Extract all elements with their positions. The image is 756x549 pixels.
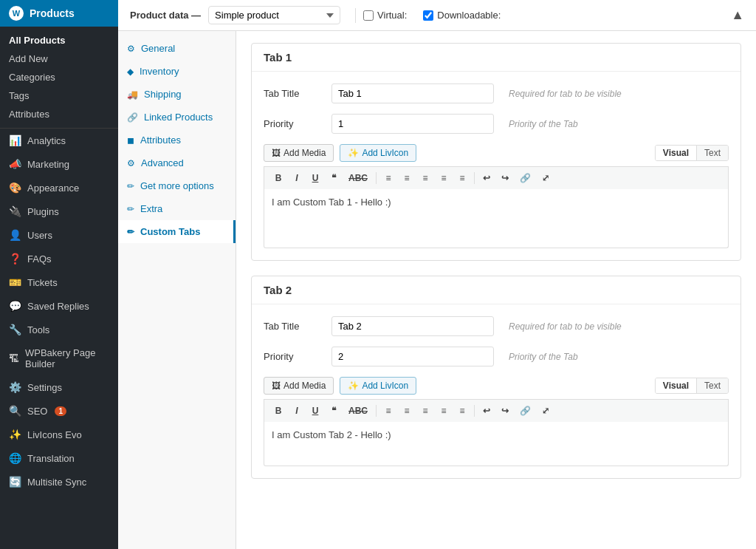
tab1-title: Tab 1 bbox=[264, 51, 292, 64]
plugins-label: Plugins bbox=[27, 206, 59, 217]
right-content: Tab 1 Tab Title Required for tab to be v… bbox=[236, 31, 756, 549]
tab1-editor-content[interactable]: I am Custom Tab 1 - Hello :) bbox=[264, 189, 729, 248]
tab2-add-media-button[interactable]: 🖼 Add Media bbox=[264, 377, 334, 395]
attributes-label: Attributes bbox=[9, 109, 49, 120]
tab2-redo-button[interactable]: ↪ bbox=[497, 403, 513, 418]
product-data-label: Product data — bbox=[130, 10, 201, 21]
tab-shipping[interactable]: 🚚 Shipping bbox=[118, 83, 236, 106]
tab2-align-left-button[interactable]: ≡ bbox=[417, 403, 433, 418]
tab2-link-button[interactable]: 🔗 bbox=[515, 403, 535, 418]
tab1-link-button[interactable]: 🔗 bbox=[515, 171, 535, 185]
inventory-tab-label: Inventory bbox=[140, 66, 179, 77]
tab1-align-center-button[interactable]: ≡ bbox=[436, 171, 452, 185]
tab1-text-button[interactable]: Text bbox=[697, 146, 728, 160]
tab1-add-livicon-button[interactable]: ✨ Add LivIcon bbox=[340, 144, 416, 162]
tab2-title-input[interactable] bbox=[331, 316, 494, 336]
tab1-fullscreen-button[interactable]: ⤢ bbox=[537, 171, 554, 185]
tickets-icon: 🎫 bbox=[9, 276, 21, 288]
sidebar-item-marketing[interactable]: 📣 Marketing bbox=[0, 152, 118, 176]
tab2-strikethrough-button[interactable]: ABC bbox=[344, 403, 372, 418]
tab2-bold-button[interactable]: B bbox=[270, 403, 286, 418]
tab1-italic-button[interactable]: I bbox=[289, 171, 305, 185]
sidebar-brand[interactable]: W Products bbox=[0, 0, 118, 27]
tab2-add-livicon-button[interactable]: ✨ Add LivIcon bbox=[340, 377, 416, 395]
tab1-priority-input[interactable] bbox=[331, 114, 494, 134]
tab-attributes[interactable]: ◼ Attributes bbox=[118, 129, 236, 151]
wp-logo-icon: W bbox=[9, 6, 24, 21]
downloadable-label[interactable]: Downloadable: bbox=[437, 10, 501, 21]
sidebar-item-add-new[interactable]: Add New bbox=[0, 50, 118, 68]
tab-extra[interactable]: ✏ Extra bbox=[118, 197, 236, 220]
tab2-editor-content[interactable]: I am Custom Tab 2 - Hello :) bbox=[264, 422, 729, 466]
tab1-title-input[interactable] bbox=[331, 83, 494, 103]
tab2-text-button[interactable]: Text bbox=[697, 378, 728, 393]
sidebar-item-attributes[interactable]: Attributes bbox=[0, 105, 118, 123]
tab1-visual-button[interactable]: Visual bbox=[656, 146, 697, 160]
tab-inventory[interactable]: ◆ Inventory bbox=[118, 60, 236, 83]
tab-advanced[interactable]: ⚙ Advanced bbox=[118, 151, 236, 174]
tab1-ol-button[interactable]: ≡ bbox=[399, 171, 415, 185]
sidebar-item-livicons[interactable]: ✨ LivIcons Evo bbox=[0, 423, 118, 446]
main-area: Product data — Simple product Grouped pr… bbox=[118, 0, 756, 549]
extra-tab-label: Extra bbox=[140, 203, 162, 214]
sidebar-item-tickets[interactable]: 🎫 Tickets bbox=[0, 270, 118, 294]
sidebar-item-tags[interactable]: Tags bbox=[0, 86, 118, 105]
sidebar-item-appearance[interactable]: 🎨 Appearance bbox=[0, 176, 118, 200]
sidebar-item-faqs[interactable]: ❓ FAQs bbox=[0, 247, 118, 270]
tab2-priority-row: Priority Priority of the Tab bbox=[264, 347, 729, 366]
tab2-align-center-button[interactable]: ≡ bbox=[436, 403, 452, 418]
settings-label: Settings bbox=[27, 382, 62, 393]
sidebar-item-saved-replies[interactable]: 💬 Saved Replies bbox=[0, 294, 118, 318]
tab1-strikethrough-button[interactable]: ABC bbox=[344, 171, 372, 185]
sidebar-item-settings[interactable]: ⚙️ Settings bbox=[0, 375, 118, 399]
collapse-button[interactable]: ▲ bbox=[731, 7, 744, 23]
tab2-italic-button[interactable]: I bbox=[289, 403, 305, 418]
tab1-undo-button[interactable]: ↩ bbox=[478, 171, 495, 185]
sidebar-item-wpbakery[interactable]: 🏗 WPBakery Page Builder bbox=[0, 341, 118, 375]
tab1-header: Tab 1 bbox=[252, 44, 740, 72]
sidebar-item-analytics[interactable]: 📊 Analytics bbox=[0, 129, 118, 152]
virtual-label[interactable]: Virtual: bbox=[377, 10, 407, 21]
appearance-icon: 🎨 bbox=[9, 182, 21, 194]
tab2-align-right-button[interactable]: ≡ bbox=[454, 403, 470, 418]
tab2-undo-button[interactable]: ↩ bbox=[478, 403, 495, 418]
tab2-body: Tab Title Required for tab to be visible… bbox=[252, 304, 740, 478]
tab2-ul-button[interactable]: ≡ bbox=[380, 403, 396, 418]
tab-get-more-options[interactable]: ✏ Get more options bbox=[118, 174, 236, 197]
tab2-fullscreen-button[interactable]: ⤢ bbox=[537, 403, 554, 418]
sidebar-item-seo[interactable]: 🔍 SEO 1 bbox=[0, 399, 118, 423]
tab-custom-tabs[interactable]: ✏ Custom Tabs bbox=[118, 220, 236, 243]
tab1-blockquote-button[interactable]: ❝ bbox=[326, 171, 342, 185]
tab2-livicon-icon: ✨ bbox=[348, 381, 359, 391]
tab1-align-left-button[interactable]: ≡ bbox=[417, 171, 433, 185]
tab2-blockquote-button[interactable]: ❝ bbox=[326, 403, 342, 418]
toolbar-sep1 bbox=[376, 172, 377, 184]
tab1-align-right-button[interactable]: ≡ bbox=[454, 171, 470, 185]
tab1-underline-button[interactable]: U bbox=[307, 171, 323, 185]
tab-general[interactable]: ⚙ General bbox=[118, 37, 236, 60]
tab-linked-products[interactable]: 🔗 Linked Products bbox=[118, 106, 236, 129]
tab2-ol-button[interactable]: ≡ bbox=[399, 403, 415, 418]
tab1-bold-button[interactable]: B bbox=[270, 171, 286, 185]
tab2-toolbar-sep1 bbox=[376, 405, 377, 417]
tab2-underline-button[interactable]: U bbox=[307, 403, 323, 418]
sidebar-item-plugins[interactable]: 🔌 Plugins bbox=[0, 200, 118, 223]
virtual-group: Virtual: bbox=[363, 10, 407, 21]
tab2-visual-text-toggle: Visual Text bbox=[655, 378, 729, 394]
sidebar-item-all-products[interactable]: All Products bbox=[0, 31, 118, 50]
get-more-options-tab-label: Get more options bbox=[140, 180, 214, 191]
tab2-priority-input[interactable] bbox=[331, 347, 494, 366]
tab1-ul-button[interactable]: ≡ bbox=[380, 171, 396, 185]
add-media-label: Add Media bbox=[284, 148, 326, 158]
sidebar-item-users[interactable]: 👤 Users bbox=[0, 223, 118, 247]
virtual-checkbox[interactable] bbox=[363, 10, 374, 21]
sidebar-item-categories[interactable]: Categories bbox=[0, 68, 118, 86]
sidebar-item-tools[interactable]: 🔧 Tools bbox=[0, 318, 118, 341]
tab1-add-media-button[interactable]: 🖼 Add Media bbox=[264, 144, 334, 162]
product-type-select[interactable]: Simple product Grouped product External/… bbox=[208, 6, 340, 24]
tab2-visual-button[interactable]: Visual bbox=[656, 378, 697, 393]
sidebar-item-translation[interactable]: 🌐 Translation bbox=[0, 446, 118, 470]
sidebar-item-multisite-sync[interactable]: 🔄 Multisite Sync bbox=[0, 470, 118, 494]
tab1-redo-button[interactable]: ↪ bbox=[497, 171, 513, 185]
downloadable-checkbox[interactable] bbox=[423, 10, 433, 21]
